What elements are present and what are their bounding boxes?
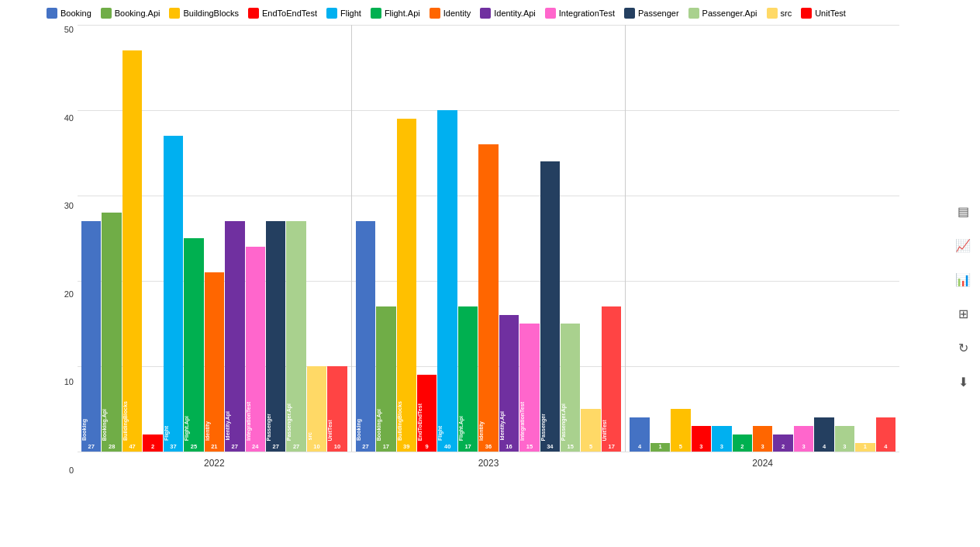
bar-value-label: 28 xyxy=(102,443,121,450)
bar-wrapper-passenger: Passenger27 xyxy=(266,25,285,452)
bar-wrapper-integrationtest: IntegrationTest24 xyxy=(246,25,265,452)
legend-label: BuildingBlocks xyxy=(183,9,239,18)
bars-area: Booking27Booking.Api28BuildingBlocks472F… xyxy=(78,25,899,452)
bar-wrapper-src: src10 xyxy=(307,25,326,452)
bar-chart-icon[interactable]: 📊 xyxy=(954,270,972,289)
bar-wrapper-identity: 3 xyxy=(753,25,772,452)
bar-passenger.api: Passenger.Api15 xyxy=(561,324,580,452)
bar-value-label: 16 xyxy=(499,443,519,450)
bar-wrapper-integrationtest: 3 xyxy=(794,25,813,452)
bar-wrapper-passenger.api: 3 xyxy=(835,25,854,452)
y-axis: 50 40 30 20 10 0 xyxy=(47,25,78,475)
bar-flight: Flight37 xyxy=(164,136,183,452)
bar-name-label: Booking xyxy=(356,419,375,441)
legend-label: EndToEndTest xyxy=(262,9,317,18)
bar-name-label: Identity.Api xyxy=(499,411,519,441)
bar-wrapper-identity: Identity36 xyxy=(478,25,498,452)
bar-value-label: 3 xyxy=(835,443,854,450)
bar-name-label: Identity.Api xyxy=(225,411,244,441)
x-axis: 202220232024 xyxy=(78,452,899,475)
legend-item-booking: Booking xyxy=(47,8,91,19)
bar-value-label: 27 xyxy=(225,443,244,450)
bar-name-label: Passenger.Api xyxy=(286,403,305,441)
legend-color xyxy=(480,8,491,19)
bar-value-label: 36 xyxy=(478,443,498,450)
legend-label: Passenger.Api xyxy=(702,9,757,18)
document-icon[interactable]: ▤ xyxy=(954,202,972,220)
legend-label: UnitTest xyxy=(815,9,846,18)
bar-value-label: 25 xyxy=(184,443,203,450)
bar-wrapper-buildingblocks: BuildingBlocks39 xyxy=(397,25,416,452)
legend-item-identity-api: Identity.Api xyxy=(480,8,536,19)
bar-wrapper-booking.api: Booking.Api28 xyxy=(102,25,121,452)
bar-flight: 3 xyxy=(712,426,731,452)
bar-integrationtest: IntegrationTest24 xyxy=(246,247,265,452)
bar-wrapper-flight.api: Flight.Api17 xyxy=(458,25,478,452)
bar-wrapper-unittest: UnitTest17 xyxy=(602,25,621,452)
y-label-30: 30 xyxy=(64,201,74,210)
y-label-20: 20 xyxy=(64,289,74,299)
year-group-2024: 4153323234314 xyxy=(626,25,899,452)
bar-src: 5 xyxy=(581,409,600,452)
legend-label: Booking xyxy=(60,9,91,18)
line-chart-icon[interactable]: 📈 xyxy=(954,236,972,254)
y-label-10: 10 xyxy=(64,377,74,386)
legend-color xyxy=(545,8,556,19)
legend-item-passenger: Passenger xyxy=(624,8,679,19)
bar-passenger: Passenger27 xyxy=(266,221,285,452)
bar-wrapper-flight.api: 2 xyxy=(733,25,752,452)
bar-value-label: 1 xyxy=(650,443,670,450)
year-group-2023: Booking27Booking.Api17BuildingBlocks39En… xyxy=(352,25,626,452)
bar-wrapper-integrationtest: IntegrationTest15 xyxy=(519,25,539,452)
layers-icon[interactable]: ⊞ xyxy=(954,304,972,323)
bar-flight.api: 2 xyxy=(733,434,752,452)
legend-color xyxy=(624,8,635,19)
bar-value-label: 15 xyxy=(561,443,580,450)
bar-value-label: 5 xyxy=(581,443,600,450)
bar-wrapper-passenger.api: Passenger.Api15 xyxy=(561,25,580,452)
bar-integrationtest: IntegrationTest15 xyxy=(519,324,539,452)
bar-flight.api: Flight.Api17 xyxy=(458,306,478,452)
bar-wrapper-flight: 3 xyxy=(712,25,731,452)
bar-identity: Identity36 xyxy=(478,144,498,452)
legend-item-booking-api: Booking.Api xyxy=(101,8,160,19)
x-label-2023: 2023 xyxy=(352,452,626,475)
bar-endtoendtest: 2 xyxy=(143,434,162,452)
bar-value-label: 4 xyxy=(630,443,649,450)
legend-color xyxy=(47,8,57,19)
bar-name-label: Identity xyxy=(478,421,498,441)
bar-passenger.api: Passenger.Api27 xyxy=(286,221,305,452)
bar-wrapper-identity.api: Identity.Api27 xyxy=(225,25,244,452)
bar-booking: 4 xyxy=(630,417,649,452)
legend-item-endtoendtest: EndToEndTest xyxy=(248,8,317,19)
bar-name-label: IntegrationTest xyxy=(519,402,539,441)
bar-value-label: 3 xyxy=(692,443,711,450)
bar-name-label: Passenger.Api xyxy=(561,403,580,441)
legend-item-src: src xyxy=(767,8,792,19)
bar-wrapper-passenger: Passenger34 xyxy=(540,25,560,452)
bar-name-label: UnitTest xyxy=(602,420,621,441)
bar-identity.api: 2 xyxy=(773,434,792,452)
y-label-40: 40 xyxy=(64,113,74,123)
legend-color xyxy=(101,8,112,19)
bar-name-label: Passenger xyxy=(266,414,285,441)
bar-name-label: BuildingBlocks xyxy=(122,401,142,441)
legend-label: src xyxy=(781,9,792,18)
bar-flight.api: Flight.Api25 xyxy=(184,238,203,452)
legend-color xyxy=(326,8,337,19)
chart-area: 50 40 30 20 10 0 Booking27Booking.Api28B… xyxy=(47,25,899,475)
bar-wrapper-booking: 4 xyxy=(630,25,649,452)
download-icon[interactable]: ⬇ xyxy=(954,372,972,391)
refresh-icon[interactable]: ↻ xyxy=(954,338,972,357)
bar-wrapper-flight: Flight37 xyxy=(164,25,183,452)
bar-name-label: Flight.Api xyxy=(458,416,478,441)
bar-value-label: 21 xyxy=(205,443,224,450)
bar-value-label: 9 xyxy=(417,443,437,450)
bar-wrapper-endtoendtest: 3 xyxy=(692,25,711,452)
legend-color xyxy=(767,8,778,19)
bar-booking.api: 1 xyxy=(650,443,670,452)
bar-wrapper-passenger: 4 xyxy=(814,25,833,452)
bar-name-label: Identity xyxy=(205,421,224,441)
bar-src: src10 xyxy=(307,366,326,452)
bar-identity: 3 xyxy=(753,426,772,452)
